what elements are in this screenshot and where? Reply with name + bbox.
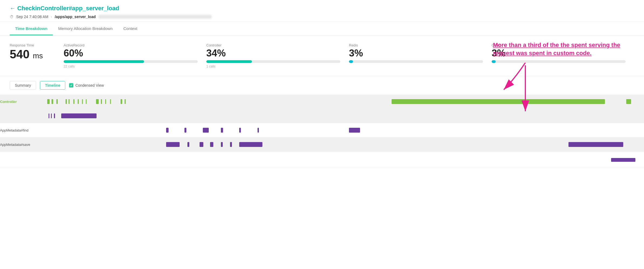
bar bbox=[105, 99, 106, 104]
timeline-section: Controller AppMetadata#find AppMetadata#… bbox=[0, 95, 644, 168]
progress-bar-ar bbox=[64, 60, 198, 63]
timeline-row-find: AppMetadata#find bbox=[0, 123, 644, 137]
bar bbox=[626, 99, 631, 104]
bar bbox=[349, 128, 360, 133]
timeline-button[interactable]: Timeline bbox=[40, 81, 66, 90]
main-content: More than a third of the the spent servi… bbox=[0, 36, 644, 90]
bar bbox=[200, 142, 203, 147]
condensed-checkbox[interactable]: ✓ bbox=[69, 83, 73, 88]
progress-bar-redis bbox=[349, 60, 483, 63]
bar bbox=[51, 113, 52, 118]
view-controls: Summary Timeline ✓ Condensed View bbox=[10, 81, 634, 90]
bar bbox=[54, 113, 55, 118]
progress-fill-ctrl bbox=[206, 60, 252, 63]
bar bbox=[125, 99, 125, 104]
clock-icon: ⏱ bbox=[10, 15, 13, 19]
bar bbox=[56, 99, 58, 104]
metric-redis: Redis 3% bbox=[349, 43, 492, 65]
bar bbox=[66, 99, 67, 104]
metric-response-time: Response Time 540 ms bbox=[10, 43, 64, 62]
timeline-track-save bbox=[44, 137, 644, 152]
bar bbox=[258, 128, 259, 133]
timeline-label-save: AppMetadata#save bbox=[0, 143, 44, 147]
annotation-text: More than a third of the the spent servi… bbox=[493, 41, 622, 57]
divider-section: Summary Timeline ✓ Condensed View bbox=[0, 76, 644, 90]
check-icon: ✓ bbox=[70, 84, 73, 87]
metric-label-ctrl: Controller bbox=[206, 43, 340, 47]
bar bbox=[68, 99, 69, 104]
metric-value-rt: 540 ms bbox=[10, 48, 55, 60]
timeline-row-controller: Controller bbox=[0, 95, 644, 109]
metric-label-ar: ActiveRecord bbox=[64, 43, 198, 47]
tab-memory[interactable]: Memory Allocation Breakdown bbox=[53, 22, 118, 35]
bar bbox=[166, 142, 180, 147]
bar bbox=[82, 99, 83, 104]
metric-active-record: ActiveRecord 60% 22 calls bbox=[64, 43, 206, 68]
timeline-track-find bbox=[44, 123, 644, 137]
metric-value-ctrl: 34% bbox=[206, 48, 340, 58]
tabs-bar: Time Breakdown Memory Allocation Breakdo… bbox=[0, 22, 644, 36]
bar bbox=[166, 128, 169, 133]
bar bbox=[73, 99, 74, 104]
timeline-row-empty bbox=[0, 152, 644, 168]
bar bbox=[110, 99, 111, 104]
bar bbox=[52, 99, 53, 104]
progress-bar-other bbox=[492, 60, 626, 63]
page-container: ← CheckinController#app_server_load ⏱ Se… bbox=[0, 0, 644, 269]
tab-time-breakdown[interactable]: Time Breakdown bbox=[10, 22, 53, 35]
timeline-track-sub bbox=[44, 109, 644, 123]
bar bbox=[49, 113, 49, 118]
bar bbox=[101, 99, 102, 104]
back-label: ← CheckinController#app_server_load bbox=[10, 5, 119, 12]
progress-fill-redis bbox=[349, 60, 353, 63]
progress-bar-ctrl bbox=[206, 60, 340, 63]
bar bbox=[47, 99, 50, 104]
bar bbox=[239, 128, 241, 133]
timeline-label-controller: Controller bbox=[0, 100, 44, 104]
timeline-row-save: AppMetadata#save bbox=[0, 137, 644, 152]
metric-value-ar: 60% bbox=[64, 48, 198, 58]
metric-controller: Controller 34% 1 calls bbox=[206, 43, 349, 68]
back-link[interactable]: ← CheckinController#app_server_load bbox=[10, 5, 634, 12]
header: ← CheckinController#app_server_load ⏱ Se… bbox=[0, 0, 644, 22]
metric-value-redis: 3% bbox=[349, 48, 483, 58]
timeline-label-find: AppMetadata#find bbox=[0, 128, 44, 132]
summary-button[interactable]: Summary bbox=[10, 81, 36, 90]
bar bbox=[230, 142, 232, 147]
subtitle-dot: · bbox=[51, 15, 52, 19]
timeline-row-controller-sub bbox=[0, 109, 644, 123]
bar bbox=[392, 99, 605, 104]
tab-context[interactable]: Context bbox=[118, 22, 143, 35]
bar bbox=[203, 128, 209, 133]
condensed-label: Condensed View bbox=[75, 83, 104, 88]
annotation-bubble: More than a third of the the spent servi… bbox=[493, 41, 622, 57]
bar bbox=[184, 128, 186, 133]
bar bbox=[61, 113, 97, 118]
bar bbox=[568, 142, 623, 147]
metric-label-rt: Response Time bbox=[10, 43, 55, 47]
metric-label-redis: Redis bbox=[349, 43, 483, 47]
bar bbox=[96, 99, 99, 104]
subtitle-time: Sep 24 7:40:06 AM bbox=[16, 15, 48, 19]
subtitle-path: /apps/app_server_load bbox=[55, 15, 96, 19]
progress-fill-other bbox=[492, 60, 496, 63]
timeline-track-controller bbox=[44, 95, 644, 109]
bar bbox=[221, 128, 223, 133]
bar bbox=[86, 99, 87, 104]
bar-empty bbox=[611, 158, 635, 162]
bar bbox=[187, 142, 189, 147]
timeline-track-empty bbox=[44, 153, 644, 167]
page-subtitle: ⏱ Sep 24 7:40:06 AM · /apps/app_server_l… bbox=[10, 15, 634, 19]
bar bbox=[78, 99, 78, 104]
bar bbox=[221, 142, 222, 147]
subtitle-blurred bbox=[98, 15, 212, 19]
bar bbox=[121, 99, 122, 104]
bar bbox=[210, 142, 213, 147]
metric-sublabel-ar: 22 calls bbox=[64, 65, 198, 68]
bar bbox=[239, 142, 262, 147]
metric-sublabel-ctrl: 1 calls bbox=[206, 65, 340, 68]
progress-fill-ar bbox=[64, 60, 144, 63]
condensed-view-toggle[interactable]: ✓ Condensed View bbox=[69, 83, 104, 88]
